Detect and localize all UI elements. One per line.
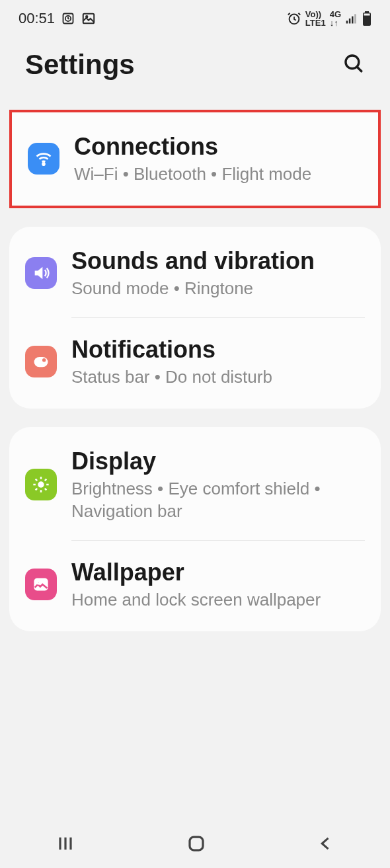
item-title: Display <box>71 447 365 475</box>
item-title: Notifications <box>71 335 365 364</box>
settings-group-connections: Connections Wi–Fi • Bluetooth • Flight m… <box>9 110 381 208</box>
header: Settings <box>0 34 390 99</box>
svg-rect-19 <box>190 837 203 850</box>
brightness-icon <box>25 469 57 500</box>
item-text: Connections Wi–Fi • Bluetooth • Flight m… <box>74 132 362 186</box>
svg-point-13 <box>43 163 45 165</box>
svg-rect-7 <box>352 17 354 24</box>
home-button[interactable] <box>186 834 206 856</box>
status-left: 00:51 <box>19 10 96 27</box>
settings-group-display: Display Brightness • Eye comfort shield … <box>9 427 381 631</box>
item-subtitle: Home and lock screen wallpaper <box>71 589 365 612</box>
item-title: Sounds and vibration <box>71 247 365 275</box>
item-title: Connections <box>74 132 362 161</box>
item-subtitle: Sound mode • Ringtone <box>71 278 365 300</box>
notification-icon <box>25 346 57 377</box>
wallpaper-icon <box>25 569 57 600</box>
item-subtitle: Status bar • Do not disturb <box>71 366 365 389</box>
settings-item-notifications[interactable]: Notifications Status bar • Do not distur… <box>9 318 381 406</box>
signal-icon <box>345 12 358 25</box>
svg-rect-5 <box>346 20 348 23</box>
image-icon <box>81 11 96 26</box>
alarm-icon <box>287 11 301 26</box>
svg-rect-11 <box>364 14 370 16</box>
svg-point-3 <box>86 16 87 17</box>
item-title: Wallpaper <box>71 558 365 586</box>
battery-icon <box>362 11 371 26</box>
settings-item-wallpaper[interactable]: Wallpaper Home and lock screen wallpaper <box>9 541 381 629</box>
svg-rect-9 <box>365 11 369 13</box>
settings-item-sounds[interactable]: Sounds and vibration Sound mode • Ringto… <box>9 229 381 317</box>
status-right: Vo)) LTE1 4G ↓↑ <box>287 10 371 27</box>
network-4g: 4G ↓↑ <box>330 10 341 27</box>
item-text: Notifications Status bar • Do not distur… <box>71 335 365 389</box>
svg-point-15 <box>42 358 46 362</box>
search-icon[interactable] <box>342 52 365 77</box>
status-time: 00:51 <box>19 10 55 27</box>
settings-group-sounds: Sounds and vibration Sound mode • Ringto… <box>9 227 381 409</box>
clock-icon <box>61 12 75 25</box>
item-text: Wallpaper Home and lock screen wallpaper <box>71 558 365 612</box>
nav-bar <box>0 822 390 868</box>
settings-item-connections[interactable]: Connections Wi–Fi • Bluetooth • Flight m… <box>12 115 378 203</box>
recents-button[interactable] <box>55 833 76 857</box>
settings-item-display[interactable]: Display Brightness • Eye comfort shield … <box>9 430 381 540</box>
speaker-icon <box>25 257 57 289</box>
page-title: Settings <box>25 49 135 81</box>
svg-point-18 <box>38 582 40 584</box>
svg-rect-8 <box>354 14 356 23</box>
back-button[interactable] <box>317 834 335 855</box>
svg-rect-6 <box>349 19 351 24</box>
item-subtitle: Brightness • Eye comfort shield • Naviga… <box>71 478 365 523</box>
item-text: Display Brightness • Eye comfort shield … <box>71 447 365 523</box>
item-subtitle: Wi–Fi • Bluetooth • Flight mode <box>74 163 362 186</box>
svg-point-12 <box>346 56 359 69</box>
item-text: Sounds and vibration Sound mode • Ringto… <box>71 247 365 300</box>
svg-rect-14 <box>34 357 48 367</box>
wifi-icon <box>28 143 59 175</box>
network-text: Vo)) LTE1 <box>305 10 326 27</box>
status-bar: 00:51 Vo)) LTE1 4G ↓↑ <box>0 0 390 34</box>
svg-point-16 <box>38 482 44 488</box>
svg-rect-17 <box>35 579 48 590</box>
